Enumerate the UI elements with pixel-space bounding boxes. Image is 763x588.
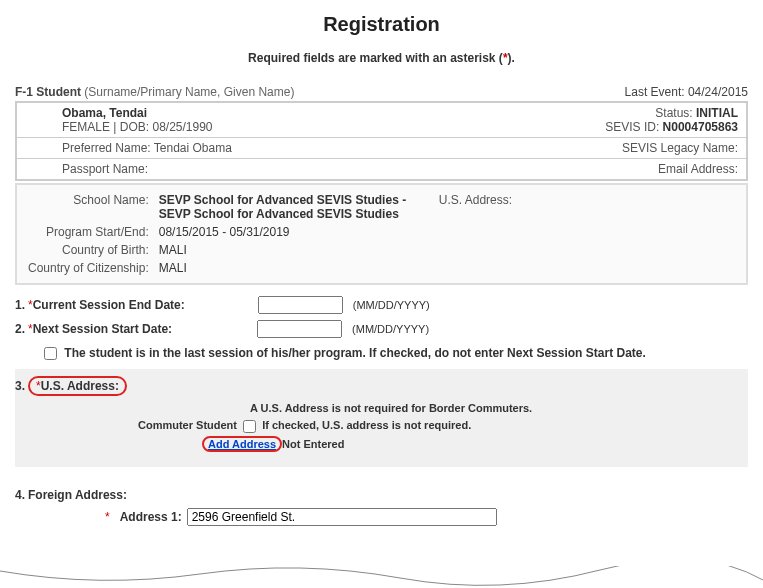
student-status: INITIAL bbox=[696, 106, 738, 120]
required-fields-note: Required fields are marked with an aster… bbox=[15, 51, 748, 65]
us-address-label-top: U.S. Address: bbox=[434, 191, 707, 223]
q4-number: 4. bbox=[15, 488, 25, 502]
commuter-student-checkbox[interactable] bbox=[243, 420, 256, 433]
next-session-start-input[interactable] bbox=[257, 320, 342, 338]
add-address-link[interactable]: Add Address bbox=[208, 438, 276, 450]
commuter-note: If checked, U.S. address is not required… bbox=[262, 419, 471, 431]
last-session-text: The student is in the last session of hi… bbox=[64, 346, 645, 360]
legacy-name-label: SEVIS Legacy Name: bbox=[418, 138, 746, 159]
border-commuter-note: A U.S. Address is not required for Borde… bbox=[250, 399, 748, 414]
school-info-box: School Name: SEVP School for Advanced SE… bbox=[15, 183, 748, 285]
country-of-birth: MALI bbox=[154, 241, 434, 259]
preferred-name: Tendai Obama bbox=[154, 141, 232, 155]
torn-edge-decoration bbox=[0, 566, 763, 588]
current-session-end-input[interactable] bbox=[258, 296, 343, 314]
q2-label: Next Session Start Date: bbox=[33, 322, 172, 336]
date-format-hint-2: (MM/DD/YYYY) bbox=[352, 323, 429, 335]
country-of-citizenship: MALI bbox=[154, 259, 434, 277]
passport-name-label: Passport Name: bbox=[17, 159, 418, 180]
student-info-box: Obama, Tendai FEMALE | DOB: 08/25/1990 S… bbox=[15, 101, 748, 181]
not-entered-text: Not Entered bbox=[282, 438, 344, 450]
last-session-checkbox[interactable] bbox=[44, 347, 57, 360]
q2-number: 2. bbox=[15, 322, 25, 336]
sevis-id: N0004705863 bbox=[663, 120, 738, 134]
q1-number: 1. bbox=[15, 298, 25, 312]
school-name: SEVP School for Advanced SEVIS Studies -… bbox=[154, 191, 434, 223]
q4-label: Foreign Address: bbox=[28, 488, 127, 502]
student-gender-dob: FEMALE | DOB: 08/25/1990 bbox=[62, 120, 213, 134]
date-format-hint-1: (MM/DD/YYYY) bbox=[353, 299, 430, 311]
program-dates: 08/15/2015 - 05/31/2019 bbox=[154, 223, 434, 241]
visa-type-heading: F-1 Student (Surname/Primary Name, Given… bbox=[15, 85, 294, 99]
page-title: Registration bbox=[15, 13, 748, 36]
student-name: Obama, Tendai bbox=[62, 106, 147, 120]
q1-label: Current Session End Date: bbox=[33, 298, 185, 312]
us-address-label-circled: *U.S. Address: bbox=[28, 376, 127, 396]
q3-number: 3. bbox=[15, 379, 25, 393]
address1-label: Address 1: bbox=[110, 510, 182, 524]
email-label: Email Address: bbox=[418, 159, 746, 180]
last-event: Last Event: 04/24/2015 bbox=[625, 85, 748, 99]
commuter-student-label: Commuter Student bbox=[138, 419, 237, 431]
address1-input[interactable] bbox=[187, 508, 497, 526]
